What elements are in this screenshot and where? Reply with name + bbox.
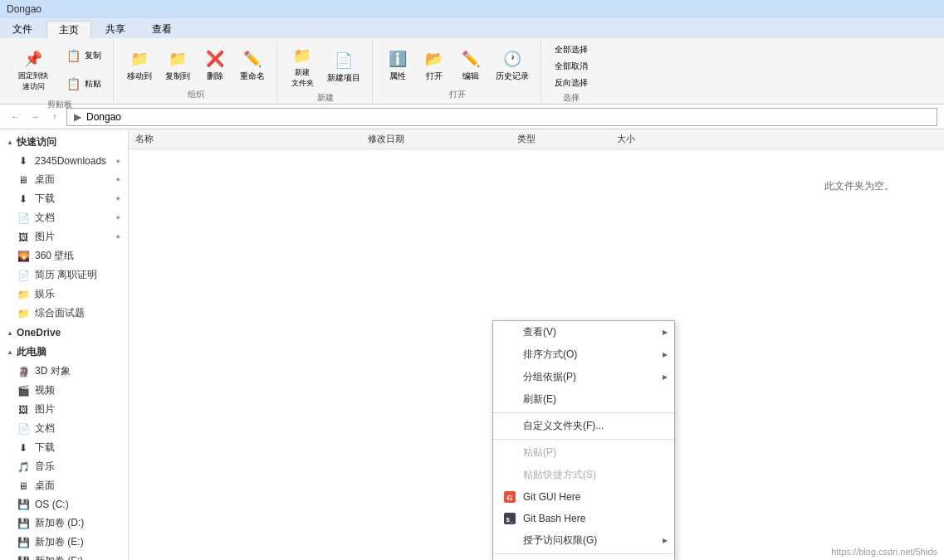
resume-icon: 📄 [17,269,30,282]
sidebar-header-thispc[interactable]: 此电脑 [0,343,128,362]
menu-item-paste-shortcut[interactable]: 粘贴快捷方式(S) [493,464,674,486]
new-item-button[interactable]: 📄 新建项目 [322,47,365,85]
pin-indicator: ✦ [115,194,121,203]
sidebar-item-downloads2345[interactable]: ⬇ 2345Downloads ✦ [0,152,128,170]
tab-home[interactable]: 主页 [46,21,91,39]
sidebar-item-wallpaper[interactable]: 🌄 360 壁纸 [0,246,128,265]
pin-indicator: ✦ [115,175,121,184]
sidebar-item-music[interactable]: 🎵 音乐 [0,457,128,476]
sidebar-item-interview[interactable]: 📁 综合面试题 [0,304,128,323]
ribbon-group-select: 全部选择 全部取消 反向选择 选择 [543,41,599,102]
sidebar-item-download[interactable]: ⬇ 下载 ✦ [0,189,128,208]
sidebar-section-thispc: 此电脑 🗿 3D 对象 🎬 视频 🖼 图片 📄 文档 ⬇ 下载 [0,343,128,560]
sidebar-item-edrive[interactable]: 💾 新加卷 (E:) [0,533,128,552]
paste-icon: 📋 [61,72,85,95]
edit-button[interactable]: ✏️ 编辑 [454,46,487,84]
sidebar-item-pics[interactable]: 🖼 图片 ✦ [0,227,128,246]
select-none-button[interactable]: 全部取消 [550,59,593,74]
copy-to-button[interactable]: 📁 复制到 [160,46,195,84]
sidebar-item-images[interactable]: 🖼 图片 [0,400,128,419]
sidebar-item-osdrive[interactable]: 💾 OS (C:) [0,495,128,514]
sidebar-item-ddrive[interactable]: 💾 新加卷 (D:) [0,514,128,533]
new-folder-button[interactable]: 📁 新建文件夹 [286,42,319,90]
sidebar-item-entertainment[interactable]: 📁 娱乐 [0,285,128,304]
menu-item-git-gui[interactable]: G Git GUI Here [493,486,674,508]
sidebar-item-fdrive[interactable]: 💾 新加卷 (F:) [0,552,128,560]
open-icon: 📂 [423,47,446,71]
grant-access-icon [503,534,516,548]
menu-item-groupby[interactable]: 分组依据(P) [493,366,674,388]
rename-button[interactable]: ✏️ 重命名 [235,46,270,84]
entertainment-icon: 📁 [17,288,30,301]
forward-button[interactable]: → [27,109,43,125]
menu-item-customize-label: 自定义文件夹(F)... [523,419,664,433]
move-to-button[interactable]: 📁 移动到 [122,46,157,84]
ribbon-group-organize: 📁 移动到 📁 复制到 ❌ 删除 ✏️ 重命名 组织 [115,41,277,102]
properties-button[interactable]: ℹ️ 属性 [381,46,414,84]
groupby-icon [503,371,516,384]
delete-button[interactable]: ❌ 删除 [198,46,232,84]
open-button[interactable]: 📂 打开 [418,46,451,84]
title-text: Dongao [7,3,42,15]
pin-to-quickaccess-button[interactable]: 📌 固定到快速访问 [13,46,53,94]
sidebar-item-videos[interactable]: 🎬 视频 [0,381,128,400]
download-icon: ⬇ [17,192,30,206]
menu-item-view[interactable]: 查看(V) [493,321,674,343]
sidebar-item-downloads[interactable]: ⬇ 下载 [0,438,128,457]
empty-folder-message: 此文件夹为空。 [824,179,894,193]
sidebar-item-docs[interactable]: 📄 文档 ✦ [0,208,128,227]
menu-item-git-bash-label: Git Bash Here [523,513,664,524]
select-label: 选择 [563,92,580,104]
menu-item-git-clone[interactable]: G Git Clone... [493,556,674,560]
menu-item-grant-access-label: 授予访问权限(G) [523,533,664,548]
menu-item-customize[interactable]: 自定义文件夹(F)... [493,415,674,437]
address-path[interactable]: ▶ Dongao [66,108,937,126]
up-button[interactable]: ↑ [46,109,63,125]
sidebar-item-resume[interactable]: 📄 简历 离职证明 [0,265,128,285]
invert-select-button[interactable]: 反向选择 [550,75,593,90]
column-headers: 名称 修改日期 类型 大小 [129,129,944,149]
sidebar-header-quickaccess[interactable]: 快速访问 [0,133,128,152]
sidebar-header-onedrive[interactable]: OneDrive [0,324,128,341]
col-size[interactable]: 大小 [610,131,677,147]
view-icon [503,326,516,339]
git-bash-icon: $_ [503,512,516,525]
tab-share[interactable]: 共享 [93,20,138,38]
paste2-icon [503,446,516,460]
dl-icon: ⬇ [17,441,30,455]
menu-item-grant-access[interactable]: 授予访问权限(G) [493,529,674,552]
tab-view[interactable]: 查看 [139,20,184,38]
wallpaper-icon: 🌄 [17,250,30,263]
col-modified[interactable]: 修改日期 [361,131,511,147]
sidebar-item-3dobjects[interactable]: 🗿 3D 对象 [0,362,128,381]
ribbon-content: 📌 固定到快速访问 📋 复制 📋 粘贴 剪贴板 📁 移动到 [0,38,944,105]
col-type[interactable]: 类型 [511,131,610,147]
address-bar: ← → ↑ ▶ Dongao [0,105,944,129]
history-button[interactable]: 🕐 历史记录 [491,46,534,84]
sidebar-item-documents[interactable]: 📄 文档 [0,419,128,438]
menu-item-view-label: 查看(V) [523,325,664,339]
sidebar-item-desktop2[interactable]: 🖥 桌面 [0,476,128,495]
properties-icon: ℹ️ [386,47,409,71]
desktop-icon: 🖥 [17,173,30,187]
back-button[interactable]: ← [7,109,23,125]
videos-icon: 🎬 [17,384,30,397]
pics-icon: 🖼 [17,231,30,244]
select-all-button[interactable]: 全部选择 [550,42,593,57]
desktop2-icon: 🖥 [17,480,30,493]
path-text: Dongao [86,111,121,123]
menu-item-git-bash[interactable]: $_ Git Bash Here [493,508,674,529]
menu-item-refresh[interactable]: 刷新(E) [493,388,674,411]
documents-icon: 📄 [17,422,30,436]
sidebar-item-desktop[interactable]: 🖥 桌面 ✦ [0,170,128,189]
menu-item-paste[interactable]: 粘贴(P) [493,441,674,464]
copy-button[interactable]: 📋 复制 [56,42,106,69]
menu-item-refresh-label: 刷新(E) [523,392,664,407]
col-name[interactable]: 名称 [129,131,361,147]
paste-button[interactable]: 📋 粘贴 [56,71,106,97]
tab-file[interactable]: 文件 [0,20,45,38]
new-label: 新建 [317,92,334,104]
images-icon: 🖼 [17,403,30,416]
menu-item-sortby[interactable]: 排序方式(O) [493,343,674,366]
docs-icon: 📄 [17,212,30,225]
